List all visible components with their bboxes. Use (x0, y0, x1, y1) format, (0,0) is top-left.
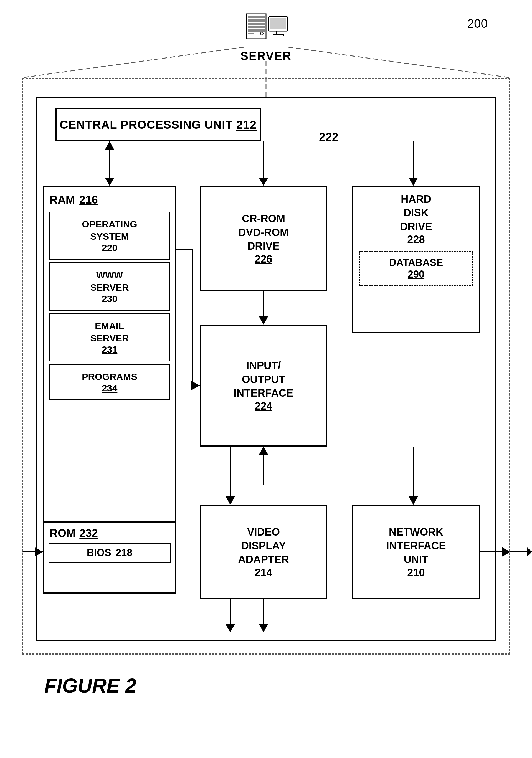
server-area: SERVER (240, 11, 292, 63)
svg-rect-10 (276, 31, 280, 34)
page: 200 SERVER (0, 0, 532, 758)
niu-box: NETWORK INTERFACE UNIT 210 (352, 505, 480, 599)
os-box: OPERATINGSYSTEM 220 (49, 212, 170, 259)
io-box: INPUT/ OUTPUT INTERFACE 224 (200, 325, 327, 447)
svg-rect-9 (270, 18, 286, 29)
database-box: DATABASE 290 (359, 251, 473, 286)
www-server-box: WWWSERVER 230 (49, 262, 170, 310)
svg-line-13 (289, 47, 510, 78)
cdrom-box: CR-ROM DVD-ROM DRIVE 226 (200, 186, 327, 291)
ref-200: 200 (467, 17, 488, 30)
svg-rect-4 (248, 26, 265, 28)
rom-box: ROM 232 BIOS 218 (43, 521, 176, 594)
svg-line-12 (22, 47, 244, 78)
svg-rect-1 (248, 16, 265, 18)
server-label: SERVER (240, 50, 292, 63)
hdd-header: HARD DISK DRIVE 228 (353, 187, 479, 248)
programs-box: PROGRAMS 234 (49, 364, 170, 400)
video-box: VIDEO DISPLAY ADAPTER 214 (200, 505, 327, 599)
svg-rect-3 (248, 23, 265, 25)
svg-rect-5 (248, 29, 265, 32)
ram-box: RAM 216 OPERATINGSYSTEM 220 WWWSERVER 23… (43, 186, 176, 577)
rom-header: ROM 232 (44, 523, 175, 542)
ram-header: RAM 216 (44, 187, 175, 209)
cpu-box: CENTRAL PROCESSING UNIT 212 (55, 108, 261, 141)
svg-marker-42 (527, 547, 532, 557)
email-server-box: EMAILSERVER 231 (49, 313, 170, 362)
ref-222: 222 (319, 130, 338, 144)
figure-label: FIGURE 2 (44, 674, 136, 697)
svg-rect-6 (248, 33, 254, 34)
svg-rect-11 (273, 34, 283, 36)
bios-box: BIOS 218 (49, 543, 171, 563)
svg-rect-2 (248, 19, 265, 22)
svg-point-7 (261, 32, 263, 35)
hdd-box: HARD DISK DRIVE 228 DATABASE 290 (352, 186, 480, 333)
cpu-label: CENTRAL PROCESSING UNIT 212 (60, 118, 257, 131)
server-icon (241, 11, 291, 47)
